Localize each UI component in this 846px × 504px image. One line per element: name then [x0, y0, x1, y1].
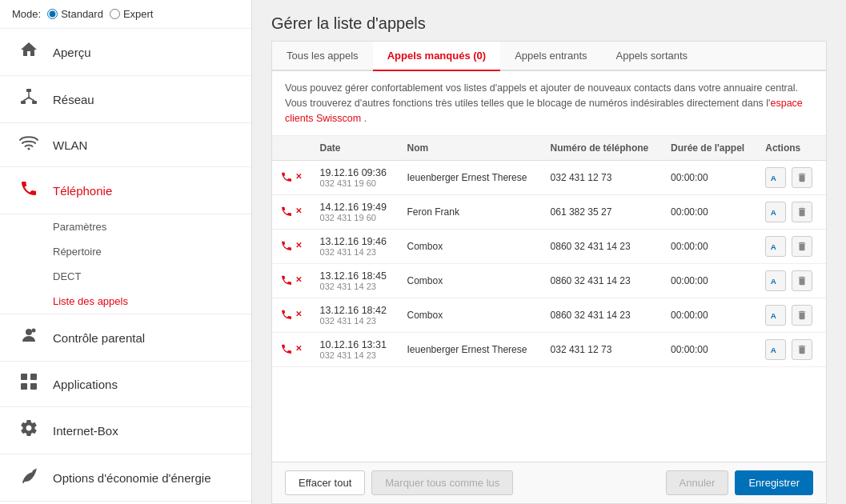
add-contact-button[interactable]: A: [765, 167, 786, 188]
parental-icon: [16, 326, 42, 350]
row-number: 032 431 12 73: [543, 161, 663, 195]
add-contact-button[interactable]: A: [765, 305, 786, 326]
delete-call-button[interactable]: [792, 167, 812, 188]
col-duration: Durée de l'appel: [663, 136, 757, 161]
page-title: Gérer la liste d'appels: [252, 0, 846, 41]
missed-call-x: ✕: [295, 206, 302, 215]
missed-call-x: ✕: [295, 344, 302, 353]
svg-text:A: A: [771, 346, 776, 354]
table-row: ✕ 14.12.16 19:49 032 431 19 60 Feron Fra…: [272, 195, 826, 230]
nav-items: Aperçu Réseau WLAN: [0, 29, 251, 504]
marquer-tous-button: Marquer tous comme lus: [371, 470, 513, 495]
delete-call-button[interactable]: [792, 270, 812, 291]
sidebar-item-applications[interactable]: Applications: [0, 362, 251, 407]
main-content: Gérer la liste d'appels Tous les appels …: [252, 0, 846, 504]
mode-bar: Mode: Standard Expert: [0, 0, 251, 29]
home-icon: [16, 40, 42, 64]
applications-icon: [16, 373, 42, 395]
sidebar-item-internet-box[interactable]: Internet-Box: [0, 407, 251, 454]
missed-call-x: ✕: [295, 275, 302, 284]
add-contact-button[interactable]: A: [765, 339, 786, 360]
sidebar-item-controle-parental[interactable]: Contrôle parental: [0, 314, 251, 362]
mode-label: Mode:: [12, 8, 41, 20]
svg-text:A: A: [771, 174, 776, 182]
row-name: Combox: [399, 230, 543, 264]
col-date: Date: [312, 136, 399, 161]
delete-call-button[interactable]: [792, 339, 812, 360]
row-date: 13.12.16 19:46 032 431 14 23: [312, 230, 399, 264]
sidebar-item-apercu[interactable]: Aperçu: [0, 29, 251, 76]
row-name: Ieuenberger Ernest Therese: [399, 333, 543, 367]
table-row: ✕ 13.12.16 18:42 032 431 14 23 Combox 08…: [272, 298, 826, 333]
delete-call-button[interactable]: [792, 202, 812, 222]
row-number: 0860 32 431 14 23: [543, 230, 663, 264]
row-call-icon: ✕: [272, 161, 312, 195]
wifi-icon: [16, 134, 42, 155]
svg-text:A: A: [771, 277, 776, 286]
info-text2: .: [361, 113, 367, 124]
sub-item-liste-appels[interactable]: Liste des appels: [53, 289, 251, 314]
svg-rect-0: [26, 89, 31, 92]
svg-point-8: [26, 329, 32, 335]
sub-item-repertoire[interactable]: Répertoire: [53, 239, 251, 264]
svg-point-7: [28, 148, 30, 150]
add-contact-button[interactable]: A: [765, 270, 786, 291]
sidebar-item-controle-parental-label: Contrôle parental: [53, 331, 145, 345]
svg-rect-2: [32, 101, 37, 104]
table-row: ✕ 10.12.16 13:31 032 431 14 23 Ieuenberg…: [272, 333, 826, 367]
svg-rect-13: [30, 383, 37, 390]
tab-tous[interactable]: Tous les appels: [272, 42, 373, 71]
tab-entrants[interactable]: Appels entrants: [500, 42, 601, 71]
sidebar: Mode: Standard Expert Aperçu Réseau: [0, 0, 252, 504]
info-box: Vous pouvez gérer confortablement vos li…: [272, 71, 826, 136]
sidebar-item-options-energie[interactable]: Options d'économie d'énergie: [0, 454, 251, 502]
row-call-icon: ✕: [272, 298, 312, 333]
add-contact-button[interactable]: A: [765, 202, 786, 222]
mode-expert-label: Expert: [123, 8, 154, 20]
row-date: 10.12.16 13:31 032 431 14 23: [312, 333, 399, 367]
table-row: ✕ 13.12.16 19:46 032 431 14 23 Combox 08…: [272, 230, 826, 264]
mode-standard-label: Standard: [61, 8, 103, 20]
telephonie-sub-items: Paramètres Répertoire DECT Liste des app…: [0, 214, 251, 314]
row-actions: A: [757, 298, 826, 333]
tab-sortants[interactable]: Appels sortants: [602, 42, 703, 71]
add-contact-button[interactable]: A: [765, 236, 786, 257]
phone-icon: [16, 178, 42, 202]
effacer-tout-button[interactable]: Effacer tout: [285, 470, 365, 495]
row-call-icon: ✕: [272, 333, 312, 367]
calls-table: Date Nom Numéro de téléphone Durée de l'…: [272, 136, 826, 367]
sidebar-item-telephonie-label: Téléphonie: [53, 184, 112, 198]
network-icon: [16, 87, 42, 111]
svg-rect-1: [21, 101, 26, 104]
mode-standard[interactable]: Standard: [47, 8, 103, 20]
content-panel: Tous les appels Appels manqués (0) Appel…: [271, 41, 827, 504]
row-actions: A: [757, 264, 826, 298]
row-duration: 00:00:00: [663, 161, 757, 195]
gear-icon: [16, 418, 42, 442]
row-duration: 00:00:00: [663, 298, 757, 333]
sidebar-item-wlan[interactable]: WLAN: [0, 123, 251, 167]
sidebar-item-telephonie[interactable]: Téléphonie: [0, 167, 251, 214]
mode-expert[interactable]: Expert: [110, 8, 154, 20]
sub-item-dect[interactable]: DECT: [53, 264, 251, 289]
enregistrer-button[interactable]: Enregistrer: [735, 470, 813, 495]
row-name: Combox: [399, 298, 543, 333]
row-name: Combox: [399, 264, 543, 298]
sub-item-parametres[interactable]: Paramètres: [53, 214, 251, 239]
row-actions: A: [757, 230, 826, 264]
delete-call-button[interactable]: [792, 236, 812, 257]
row-actions: A: [757, 195, 826, 230]
row-date: 19.12.16 09:36 032 431 19 60: [312, 161, 399, 195]
svg-rect-10: [21, 374, 27, 380]
sidebar-item-options-energie-label: Options d'économie d'énergie: [53, 471, 211, 485]
svg-point-9: [32, 329, 36, 333]
delete-call-button[interactable]: [792, 305, 812, 326]
sidebar-item-reseau[interactable]: Réseau: [0, 76, 251, 123]
table-row: ✕ 19.12.16 09:36 032 431 19 60 Ieuenberg…: [272, 161, 826, 195]
row-actions: A: [757, 161, 826, 195]
row-call-icon: ✕: [272, 230, 312, 264]
tabs: Tous les appels Appels manqués (0) Appel…: [272, 42, 826, 71]
row-number: 032 431 12 73: [543, 333, 663, 367]
tab-manques[interactable]: Appels manqués (0): [373, 42, 501, 71]
table-header-row: Date Nom Numéro de téléphone Durée de l'…: [272, 136, 826, 161]
